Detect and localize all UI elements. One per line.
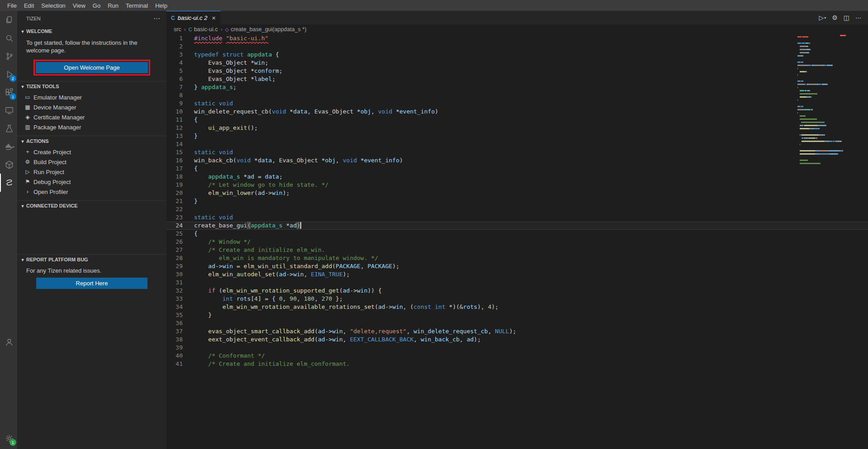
menu-item-file[interactable]: File xyxy=(4,1,20,10)
sidebar-item-run-project[interactable]: ▷Run Project xyxy=(17,167,166,177)
code-line-17[interactable]: 17{ xyxy=(166,165,868,173)
code-line-30[interactable]: 30 elm_win_autodel_set(ad->win, EINA_TRU… xyxy=(166,270,868,279)
line-number[interactable]: 14 xyxy=(166,140,183,148)
line-number[interactable]: 36 xyxy=(166,319,183,327)
code-line-29[interactable]: 29 ad->win = elm_win_util_standard_add(P… xyxy=(166,262,868,270)
code-line-9[interactable]: 9static void xyxy=(166,99,868,108)
line-number[interactable]: 1 xyxy=(166,34,183,43)
code-line-36[interactable]: 36 xyxy=(166,319,868,327)
code-line-14[interactable]: 14 xyxy=(166,140,868,148)
line-number[interactable]: 39 xyxy=(166,344,183,352)
line-number[interactable]: 34 xyxy=(166,303,183,311)
split-editor-button[interactable]: ◫ xyxy=(844,14,849,21)
actions-section-header[interactable]: ACTIONS xyxy=(17,136,166,146)
breadcrumb-item[interactable]: create_base_gui(appdata_s *) xyxy=(231,26,306,33)
explorer-icon[interactable] xyxy=(0,11,17,29)
code-line-12[interactable]: 12 ui_app_exit(); xyxy=(166,124,868,132)
code-line-38[interactable]: 38 eext_object_event_callback_add(ad->wi… xyxy=(166,336,868,344)
code-line-21[interactable]: 21} xyxy=(166,197,868,205)
code-line-24[interactable]: 24create_base_gui(appdata_s *ad) xyxy=(166,222,868,230)
code-line-39[interactable]: 39 xyxy=(166,344,868,352)
sidebar-item-device-manager[interactable]: ▦Device Manager xyxy=(17,102,166,112)
tizen-icon[interactable] xyxy=(0,174,17,192)
menu-item-edit[interactable]: Edit xyxy=(20,1,38,10)
settings-icon[interactable]: 1 xyxy=(0,429,17,447)
sidebar-item-debug-project[interactable]: ⚑Debug Project xyxy=(17,177,166,187)
line-number[interactable]: 18 xyxy=(166,173,183,181)
search-icon[interactable] xyxy=(0,29,17,47)
code-editor[interactable]: 1#include "basic-ui.h"23typedef struct a… xyxy=(166,34,868,449)
menu-item-help[interactable]: Help xyxy=(152,1,171,10)
line-number[interactable]: 16 xyxy=(166,156,183,165)
line-number[interactable]: 20 xyxy=(166,189,183,197)
code-line-28[interactable]: 28 elm_win is mandatory to manipulate wi… xyxy=(166,254,868,262)
code-line-35[interactable]: 35 } xyxy=(166,311,868,319)
code-line-11[interactable]: 11{ xyxy=(166,116,868,124)
code-line-25[interactable]: 25{ xyxy=(166,230,868,238)
breadcrumb-item[interactable]: src xyxy=(174,26,181,33)
more-actions-button[interactable]: ⋯ xyxy=(855,14,862,21)
sidebar-item-open-profiler[interactable]: ›Open Profiler xyxy=(17,187,166,197)
sidebar-item-create-project[interactable]: +Create Project xyxy=(17,147,166,157)
line-number[interactable]: 25 xyxy=(166,230,183,238)
source-control-icon[interactable] xyxy=(0,47,17,65)
code-line-16[interactable]: 16win_back_cb(void *data, Evas_Object *o… xyxy=(166,156,868,165)
accounts-icon[interactable] xyxy=(0,333,17,351)
line-number[interactable]: 29 xyxy=(166,262,183,270)
code-line-20[interactable]: 20 elm_win_lower(ad->win); xyxy=(166,189,868,197)
code-line-1[interactable]: 1#include "basic-ui.h" xyxy=(166,34,868,43)
tab-basic-ui-c[interactable]: C basic-ui.c 2 × xyxy=(166,11,221,24)
line-number[interactable]: 12 xyxy=(166,124,183,132)
code-line-22[interactable]: 22 xyxy=(166,205,868,213)
line-number[interactable]: 41 xyxy=(166,360,183,368)
code-line-6[interactable]: 6 Evas_Object *label; xyxy=(166,75,868,83)
docker-icon[interactable] xyxy=(0,137,17,156)
line-number[interactable]: 11 xyxy=(166,116,183,124)
line-number[interactable]: 5 xyxy=(166,67,183,75)
open-welcome-page-button[interactable]: Open Welcome Page xyxy=(36,62,148,73)
menu-item-terminal[interactable]: Terminal xyxy=(122,1,152,10)
line-number[interactable]: 35 xyxy=(166,311,183,319)
line-number[interactable]: 9 xyxy=(166,99,183,108)
line-number[interactable]: 15 xyxy=(166,148,183,156)
line-number[interactable]: 17 xyxy=(166,165,183,173)
code-line-18[interactable]: 18 appdata_s *ad = data; xyxy=(166,173,868,181)
code-line-37[interactable]: 37 evas_object_smart_callback_add(ad->wi… xyxy=(166,327,868,336)
line-number[interactable]: 24 xyxy=(166,222,183,230)
code-line-4[interactable]: 4 Evas_Object *win; xyxy=(166,59,868,67)
line-number[interactable]: 7 xyxy=(166,83,183,91)
code-line-40[interactable]: 40 /* Conformant */ xyxy=(166,352,868,360)
menu-item-view[interactable]: View xyxy=(69,1,89,10)
line-number[interactable]: 22 xyxy=(166,205,183,213)
code-line-19[interactable]: 19 /* Let window go to hide state. */ xyxy=(166,181,868,189)
code-line-23[interactable]: 23static void xyxy=(166,213,868,222)
line-number[interactable]: 3 xyxy=(166,51,183,59)
menu-item-go[interactable]: Go xyxy=(89,1,104,10)
line-number[interactable]: 10 xyxy=(166,108,183,116)
menu-item-run[interactable]: Run xyxy=(104,1,122,10)
menu-item-selection[interactable]: Selection xyxy=(38,1,69,10)
tizen-tools-icon[interactable] xyxy=(0,156,17,174)
line-number[interactable]: 21 xyxy=(166,197,183,205)
run-and-debug-icon[interactable]: 2 xyxy=(0,65,17,83)
sidebar-item-emulator-manager[interactable]: ▭Emulator Manager xyxy=(17,92,166,102)
sidebar-item-build-project[interactable]: ⚙Build Project xyxy=(17,157,166,167)
line-number[interactable]: 28 xyxy=(166,254,183,262)
code-line-26[interactable]: 26 /* Window */ xyxy=(166,238,868,246)
line-number[interactable]: 32 xyxy=(166,287,183,295)
close-icon[interactable]: × xyxy=(212,14,215,22)
welcome-section-header[interactable]: WELCOME xyxy=(17,26,166,36)
code-line-5[interactable]: 5 Evas_Object *conform; xyxy=(166,67,868,75)
report-section-header[interactable]: REPORT PLATFORM BUG xyxy=(17,255,166,265)
line-number[interactable]: 4 xyxy=(166,59,183,67)
code-line-2[interactable]: 2 xyxy=(166,43,868,51)
line-number[interactable]: 33 xyxy=(166,295,183,303)
sidebar-item-package-manager[interactable]: ▥Package Manager xyxy=(17,122,166,132)
code-line-41[interactable]: 41 /* Create and initialize elm_conforma… xyxy=(166,360,868,368)
more-actions-icon[interactable]: ⋯ xyxy=(153,14,160,23)
sidebar-item-certificate-manager[interactable]: ◈Certificate Manager xyxy=(17,112,166,122)
line-number[interactable]: 13 xyxy=(166,132,183,140)
line-number[interactable]: 23 xyxy=(166,213,183,222)
code-line-27[interactable]: 27 /* Create and initialize elm_win. xyxy=(166,246,868,254)
code-line-3[interactable]: 3typedef struct appdata { xyxy=(166,51,868,59)
